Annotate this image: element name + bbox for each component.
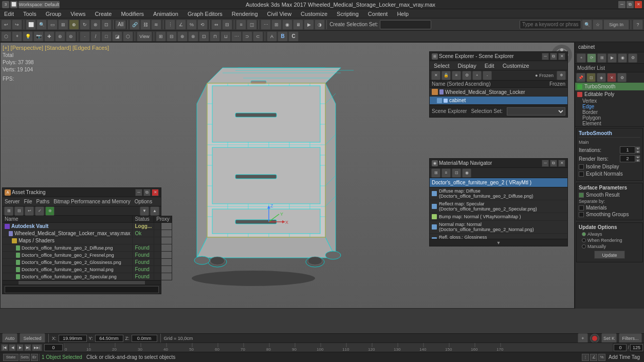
go-start-btn[interactable]: |◀ xyxy=(1,344,8,351)
asset-menu-server[interactable]: Server xyxy=(5,199,20,204)
menu-graph-editors[interactable]: Graph Editors xyxy=(186,11,225,17)
create-system-btn[interactable]: ⊜ xyxy=(66,31,76,42)
menu-group[interactable]: Group xyxy=(44,11,64,17)
mat-scroll-down[interactable]: ▼ xyxy=(430,239,567,246)
modifier-turbosmooth[interactable]: TurboSmooth xyxy=(575,83,644,90)
asset-path-input[interactable] xyxy=(5,286,159,293)
at-row-vault[interactable]: Autodesk Vault Logg... xyxy=(3,223,172,230)
asset-minimize-btn[interactable]: ─ xyxy=(135,189,142,196)
menu-scripting[interactable]: Scripting xyxy=(335,11,361,17)
search-btn[interactable]: 🔍 xyxy=(582,20,592,30)
asset-scrollbar[interactable] xyxy=(3,280,161,284)
angle-snap-btn[interactable]: ∠ xyxy=(176,20,186,30)
scene-menu-customize[interactable]: Customize xyxy=(501,63,531,69)
sp-smooth-chk[interactable] xyxy=(579,193,584,198)
scene-minimize-btn[interactable]: ─ xyxy=(542,53,549,60)
se-add-btn[interactable]: + xyxy=(472,71,482,80)
menu-rendering[interactable]: Rendering xyxy=(230,11,260,17)
snap-status-btn[interactable]: ⋮ xyxy=(582,354,589,361)
mat-maximize-btn[interactable]: ⧉ xyxy=(550,160,557,167)
create-shape-btn[interactable]: ⌖ xyxy=(12,31,22,42)
bookmark-btn[interactable]: ☆ xyxy=(593,20,603,30)
coord-y-input[interactable] xyxy=(95,335,123,342)
pin-stack-btn[interactable]: 📌 xyxy=(576,73,585,82)
display-tab[interactable]: ◉ xyxy=(618,53,627,63)
active-shade-btn[interactable]: ◑ xyxy=(315,20,325,30)
select-by-name-btn[interactable]: 🔍 xyxy=(36,20,47,30)
app-icon[interactable]: 3 xyxy=(2,1,9,8)
undo-btn[interactable]: ↩ xyxy=(1,20,11,30)
mirror-btn[interactable]: ⇔ xyxy=(211,20,222,30)
mat-item-4[interactable]: Refl. gloss.: Glossiness (Doctor's_offic… xyxy=(430,234,567,239)
coord-mode-btn[interactable]: Auto xyxy=(2,333,17,344)
create-helper-btn[interactable]: ✚ xyxy=(44,31,54,42)
ts-render-down[interactable]: ▼ xyxy=(635,159,640,162)
t2-btn-h[interactable]: ⋯ xyxy=(231,31,242,42)
motion-tab[interactable]: ▶ xyxy=(608,53,617,63)
mat-item-0[interactable]: Diffuse map: Diffuse (Doctor's_office_fu… xyxy=(430,187,567,200)
subobj-edge[interactable]: Edge xyxy=(575,104,644,109)
at-btn-g[interactable]: ▲ xyxy=(150,206,159,216)
go-end-btn[interactable]: ▶▶| xyxy=(32,344,42,351)
border-mode-btn[interactable]: □ xyxy=(101,31,112,42)
quick-access-icon[interactable]: ⬜ xyxy=(10,1,17,8)
subobj-vertex[interactable]: Vertex xyxy=(575,98,644,104)
menu-views[interactable]: Views xyxy=(68,11,87,17)
menu-create[interactable]: Create xyxy=(93,11,114,17)
win-cross-btn[interactable]: ⊞ xyxy=(58,20,68,30)
at-row-maps[interactable]: Maps / Shaders xyxy=(3,237,172,244)
menu-help[interactable]: Help xyxy=(395,11,411,17)
snap-btn[interactable]: ⋮ xyxy=(165,20,175,30)
scene-states-btn[interactable]: ◫ xyxy=(247,20,257,30)
filters-btn[interactable]: Filters... xyxy=(619,333,642,344)
remove-mod-btn[interactable]: ✕ xyxy=(607,73,616,82)
t2-btn-b[interactable]: ⊟ xyxy=(167,31,177,42)
make-unique-btn[interactable]: ◈ xyxy=(597,73,606,82)
select-object-btn[interactable]: ⬜ xyxy=(26,20,36,30)
ts-explicit-checkbox[interactable] xyxy=(579,172,584,177)
frame-range-start[interactable] xyxy=(614,344,627,351)
selection-set-input[interactable] xyxy=(380,20,431,29)
next-frame-btn[interactable]: ▶| xyxy=(24,344,31,351)
move-btn[interactable]: ⊕ xyxy=(69,20,79,30)
unlink-btn[interactable]: ⛓ xyxy=(140,20,151,30)
se-filter-btn[interactable]: ✕ xyxy=(431,71,440,80)
angle-snap-status-btn[interactable]: ∠ xyxy=(590,354,597,361)
bind-space-warp[interactable]: ≋ xyxy=(151,20,161,30)
mat-active-item[interactable]: Doctor's_office_furniture_geo_2 ( VRayMt… xyxy=(430,178,567,187)
uo-always-radio[interactable]: Always xyxy=(582,232,640,237)
view-label-btn[interactable]: View xyxy=(137,31,152,42)
curve-editor-btn[interactable]: ⋯ xyxy=(261,20,271,30)
subobj-border[interactable]: Border xyxy=(575,109,644,115)
config-btn[interactable]: ⚙ xyxy=(617,73,627,82)
subobj-element[interactable]: Element xyxy=(575,121,644,126)
restore-btn[interactable]: ⧉ xyxy=(627,1,634,8)
uo-manually-radio[interactable]: Manually xyxy=(582,244,640,249)
t2-btn-k[interactable]: A xyxy=(267,31,277,42)
rect-sel-btn[interactable]: ▭ xyxy=(47,20,58,30)
spinner-snap-btn[interactable]: ⟲ xyxy=(197,20,208,30)
t2-btn-g[interactable]: ⊔ xyxy=(220,31,231,42)
rotate-btn[interactable]: ↻ xyxy=(80,20,90,30)
render-setup-btn[interactable]: 🖥 xyxy=(293,20,303,30)
t2-btn-d[interactable]: ⊗ xyxy=(188,31,198,42)
at-btn-a[interactable]: ⊞ xyxy=(4,206,13,216)
asset-menu-bitmap[interactable]: Bitmap Performance and Memory xyxy=(53,199,131,204)
search-input[interactable] xyxy=(520,20,581,29)
create-tab[interactable]: + xyxy=(577,53,586,63)
selection-filter[interactable]: All xyxy=(115,20,126,29)
ts-render-up[interactable]: ▲ xyxy=(635,155,640,159)
at-btn-d[interactable]: ✓ xyxy=(35,206,44,216)
material-editor-btn[interactable]: ◉ xyxy=(282,20,292,30)
close-btn[interactable]: ✕ xyxy=(635,1,642,8)
ts-render-iters-input[interactable] xyxy=(620,155,635,162)
at-btn-b[interactable]: ⊟ xyxy=(14,206,24,216)
modify-tab[interactable]: ⟳ xyxy=(587,53,596,63)
scene-menu-edit[interactable]: Edit xyxy=(483,63,496,69)
at-row-normal[interactable]: Doctor's_office_furniture_geo_2_Normal.p… xyxy=(3,266,172,273)
create-light-btn[interactable]: 💡 xyxy=(23,31,33,42)
edge-mode-btn[interactable]: / xyxy=(90,31,101,42)
mat-item-3[interactable]: Normal map: Normal (Doctor's_office_furn… xyxy=(430,221,567,234)
timeline-track[interactable]: 0 10 20 30 40 50 60 70 80 90 100 110 120 xyxy=(64,343,613,352)
menu-edit[interactable]: Edit xyxy=(2,11,16,17)
